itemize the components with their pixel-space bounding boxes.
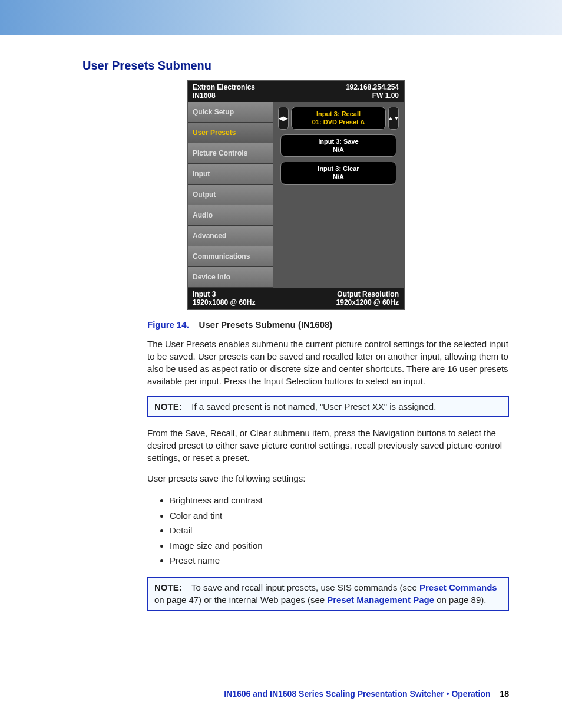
nav-up-down-icon[interactable]: ▲▼ — [388, 107, 399, 130]
menu-item-communications[interactable]: Communications — [188, 246, 273, 267]
menu-item-user-presets[interactable]: User Presets — [188, 123, 273, 143]
menu-item-picture-controls[interactable]: Picture Controls — [188, 143, 273, 164]
save-line2: N/A — [285, 146, 392, 154]
footer-page-number: 18 — [500, 689, 509, 699]
note-label: NOTE: — [154, 582, 182, 592]
note-box-1: NOTE: If a saved present is not named, "… — [147, 396, 509, 417]
device-footer: Input 3 1920x1080 @ 60Hz Output Resoluti… — [188, 288, 404, 309]
menu-item-input[interactable]: Input — [188, 164, 273, 185]
bullet-item: Preset name — [170, 553, 509, 568]
paragraph-2: From the Save, Recall, or Clear submenu … — [147, 427, 509, 464]
footer-input-res: 1920x1080 @ 60Hz — [193, 298, 255, 307]
bullet-item: Detail — [170, 523, 509, 538]
figure-caption: Figure 14. User Presets Submenu (IN1608) — [147, 319, 509, 330]
figure-number: Figure 14. — [147, 319, 189, 330]
menu-item-device-info[interactable]: Device Info — [188, 267, 273, 288]
device-model: IN1608 — [193, 91, 255, 100]
device-screenshot: Extron Electronics IN1608 192.168.254.25… — [187, 80, 405, 310]
note2-text3: on page 89). — [437, 595, 486, 605]
menu-item-output[interactable]: Output — [188, 185, 273, 205]
link-preset-commands[interactable]: Preset Commands — [419, 582, 497, 592]
note-box-2: NOTE: To save and recall input presets, … — [147, 577, 509, 611]
recall-line2: 01: DVD Preset A — [295, 118, 382, 126]
menu-item-audio[interactable]: Audio — [188, 205, 273, 226]
device-ip: 192.168.254.254 — [346, 83, 399, 91]
device-header: Extron Electronics IN1608 192.168.254.25… — [188, 81, 404, 102]
page-footer: IN1606 and IN1608 Series Scaling Present… — [0, 689, 562, 699]
note2-text2: on page 47) or the internal Web pages (s… — [154, 595, 327, 605]
device-pane: ◀▶ Input 3: Recall 01: DVD Preset A ▲▼ I… — [273, 102, 404, 288]
footer-title: IN1606 and IN1608 Series Scaling Present… — [224, 689, 490, 699]
preset-clear-pill[interactable]: Input 3: Clear N/A — [280, 162, 396, 185]
menu-item-quick-setup[interactable]: Quick Setup — [188, 102, 273, 123]
bullet-item: Color and tint — [170, 508, 509, 523]
footer-output-res: 1920x1200 @ 60Hz — [336, 298, 399, 307]
save-line1: Input 3: Save — [285, 137, 392, 146]
bullet-item: Brightness and contrast — [170, 493, 509, 508]
nav-left-right-icon[interactable]: ◀▶ — [278, 107, 289, 130]
note2-text1: To save and recall input presets, use SI… — [191, 582, 419, 592]
bullet-item: Image size and position — [170, 538, 509, 554]
paragraph-3: User presets save the following settings… — [147, 472, 509, 485]
preset-save-pill[interactable]: Input 3: Save N/A — [280, 134, 396, 157]
recall-line1: Input 3: Recall — [295, 110, 382, 118]
clear-line1: Input 3: Clear — [285, 164, 392, 173]
footer-output-label: Output Resolution — [336, 290, 399, 298]
page-top-bar — [0, 0, 562, 35]
menu-item-advanced[interactable]: Advanced — [188, 226, 273, 246]
settings-bullets: Brightness and contrast Color and tint D… — [159, 493, 509, 568]
section-heading: User Presets Submenu — [82, 59, 509, 73]
footer-input-label: Input 3 — [193, 290, 255, 298]
link-preset-management-page[interactable]: Preset Management Page — [327, 595, 434, 605]
device-fw: FW 1.00 — [346, 91, 399, 100]
device-menu: Quick Setup User Presets Picture Control… — [188, 102, 273, 288]
device-brand: Extron Electronics — [193, 83, 255, 91]
note-label: NOTE: — [154, 401, 182, 411]
preset-recall-pill[interactable]: Input 3: Recall 01: DVD Preset A — [291, 107, 386, 130]
note1-text: If a saved present is not named, "User P… — [191, 401, 436, 411]
clear-line2: N/A — [285, 173, 392, 181]
paragraph-1: The User Presets enables submenu the cur… — [147, 338, 509, 387]
figure-title: User Presets Submenu (IN1608) — [199, 319, 333, 330]
